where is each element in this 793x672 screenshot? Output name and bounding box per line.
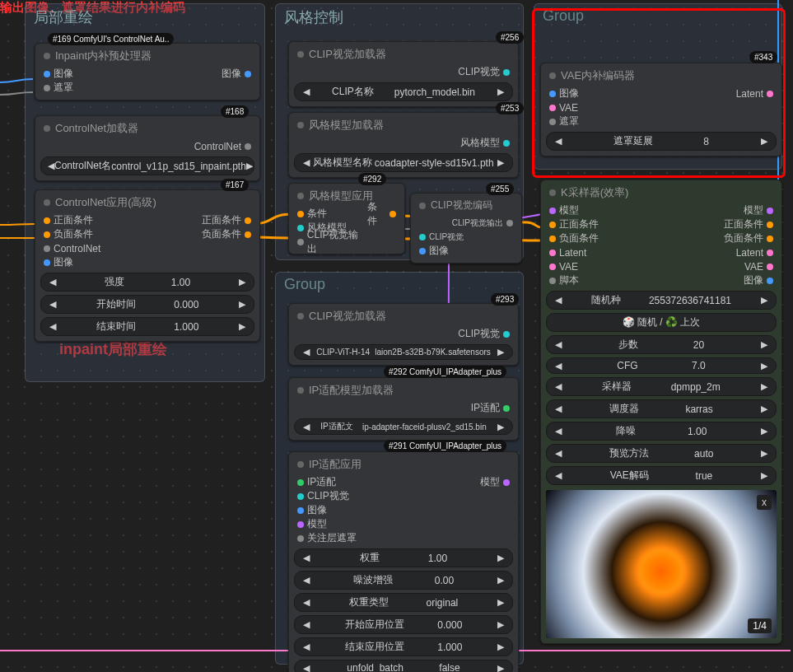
param-mask-grow[interactable]: ◀遮罩延展8▶ [546,132,777,151]
param-seed[interactable]: ◀随机种255372636741181▶ [546,291,777,310]
badge-292b: #292 ComfyUI_IPAdapter_plus [384,366,506,378]
param-strength[interactable]: ◀强度1.00▶ [40,273,254,292]
param-sampler[interactable]: ◀采样器dpmpp_2m▶ [546,377,777,396]
node-title: VAE内补编码器 [561,68,635,83]
group-title: Group [534,4,781,28]
group-title: 局部重绘 [26,4,264,30]
badge-293: #293 [491,293,519,306]
node-title: 风格模型应用 [309,189,373,203]
node-clip-vision-loader-2[interactable]: CLIP视觉加载器 CLIP视觉 ◀CLIP-ViT-H-14laion2B-s… [288,303,519,366]
node-controlnet-apply[interactable]: ControlNet应用(高级) 正面条件 负面条件 ControlNet 图像… [35,189,260,342]
param-noise[interactable]: ◀噪波增强0.00▶ [294,571,513,590]
param-weight[interactable]: ◀权重1.00▶ [294,548,513,567]
badge-291: #291 ComfyUI_IPAdapter_plus [384,440,506,452]
param-style-model[interactable]: ◀风格模型名称coadapter-style-sd15v1.pth▶ [294,153,513,172]
param-weight-type[interactable]: ◀权重类型original▶ [294,593,513,612]
param-end[interactable]: ◀结束时间1.000▶ [40,317,254,336]
param-start[interactable]: ◀开始时间0.000▶ [40,295,254,314]
badge-256: #256 [496,31,524,44]
node-title: IP适配应用 [309,457,362,472]
group-title: Group [276,273,523,296]
param-clip-name[interactable]: ◀CLIP名称pytorch_model.bin▶ [294,82,513,101]
node-style-model-apply[interactable]: 风格模型应用 条件 风格模型 CLIP视觉输出 条件 [288,183,405,254]
node-clip-vision-loader-1[interactable]: CLIP视觉加载器 CLIP视觉 ◀CLIP名称pytorch_model.bi… [288,41,519,107]
param-ipadapter-file[interactable]: ◀IP适配文ip-adapter-faceid-plusv2_sd15.bin▶ [294,418,513,435]
param-controlnet-name[interactable]: ◀ControlNet名 control_v11p_sd15_inpaint.p… [40,156,254,175]
close-preview-button[interactable]: x [757,495,772,510]
node-style-model-loader[interactable]: 风格模型加载器 风格模型 ◀风格模型名称coadapter-style-sd15… [288,112,519,178]
param-preview[interactable]: ◀预览方法auto▶ [546,444,777,463]
node-ksampler[interactable]: K采样器(效率) 模型 正面条件 负面条件 Latent VAE 脚本 模型 正… [540,180,782,644]
node-title: CLIP视觉加载器 [309,309,386,324]
node-clip-vision-encode[interactable]: CLIP视觉编码 CLIP视觉输出 CLIP视觉 图像 [410,193,522,264]
node-title: 风格模型加载器 [309,118,384,133]
node-controlnet-loader[interactable]: ControlNet加载器 ControlNet ◀ControlNet名 co… [35,115,260,181]
node-title: K采样器(效率) [561,185,628,200]
badge-343: #343 [749,51,777,63]
param-steps[interactable]: ◀步数20▶ [546,335,777,354]
param-unfold[interactable]: ◀unfold_batchfalse▶ [294,660,513,672]
preview-image: x 1/4 [546,490,777,638]
param-vae-decode[interactable]: ◀VAE解码true▶ [546,466,777,485]
node-title: CLIP视觉编码 [431,198,492,212]
param-seed-mode[interactable]: 🎲 随机 / ♻️ 上次 [546,313,777,332]
node-inpaint-preprocess[interactable]: Inpaint内补预处理器 图像 遮罩 图像 [35,43,260,100]
badge-253: #253 [496,102,524,114]
badge-292a: #292 [358,173,386,185]
badge-168: #168 [221,105,249,118]
node-title: CLIP视觉加载器 [309,47,386,62]
node-ipadapter-loader[interactable]: IP适配模型加载器 IP适配 ◀IP适配文ip-adapter-faceid-p… [288,377,519,441]
node-ipadapter-apply[interactable]: IP适配应用 IP适配 CLIP视觉 图像 模型 关注层遮罩 模型 ◀权重1.0… [288,451,519,672]
node-title: Inpaint内补预处理器 [55,49,152,63]
param-cfg[interactable]: ◀CFG7.0▶ [546,357,777,374]
param-denoise[interactable]: ◀降噪1.00▶ [546,422,777,441]
badge-169: #169 ComfyUI's ControlNet Au.. [48,33,174,45]
pager[interactable]: 1/4 [748,618,772,633]
node-title: ControlNet应用(高级) [55,195,156,210]
node-vae-inpaint-encode[interactable]: VAE内补编码器 图像 VAE 遮罩 Latent ◀遮罩延展8▶ [540,63,782,156]
node-title: ControlNet加载器 [55,121,138,136]
badge-167: #167 [221,179,249,191]
badge-255: #255 [486,183,514,195]
group-title: 风格控制 [276,4,523,30]
param-start-at[interactable]: ◀开始应用位置0.000▶ [294,615,513,634]
param-scheduler[interactable]: ◀调度器karras▶ [546,399,777,418]
node-title: IP适配模型加载器 [309,383,394,398]
param-end-at[interactable]: ◀结束应用位置1.000▶ [294,637,513,656]
param-clip-file[interactable]: ◀CLIP-ViT-H-14laion2B-s32B-b79K.safetens… [294,344,513,360]
